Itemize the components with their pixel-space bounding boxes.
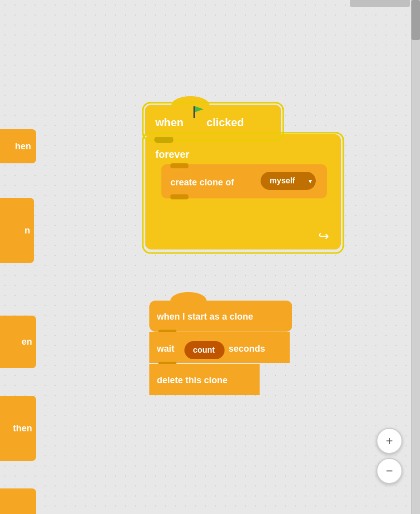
- svg-rect-5: [193, 106, 195, 118]
- left-block-2: n: [0, 198, 34, 263]
- zoom-in-button[interactable]: +: [376, 428, 402, 454]
- count-label: count: [193, 346, 215, 354]
- seconds-label: seconds: [229, 344, 265, 354]
- block-group-1-svg: when clicked forever create clone of mys…: [140, 90, 351, 261]
- when-label: when: [155, 116, 183, 129]
- myself-label: myself: [270, 176, 295, 185]
- block-group-when-clone: when I start as a clone wait count secon…: [144, 288, 305, 425]
- left-block-1: hen: [0, 129, 36, 163]
- zoom-out-button[interactable]: −: [376, 458, 402, 484]
- create-clone-label: create clone of: [170, 177, 235, 187]
- left-block-4-label: then: [13, 423, 32, 434]
- left-block-1-label: hen: [15, 141, 31, 152]
- zoom-in-icon: +: [386, 434, 393, 448]
- left-block-2-label: n: [25, 225, 30, 236]
- svg-rect-10: [170, 194, 188, 199]
- svg-text:▼: ▼: [307, 178, 313, 185]
- left-block-3: en: [0, 316, 36, 368]
- delete-clone-label: delete this clone: [157, 375, 228, 385]
- svg-rect-9: [170, 163, 188, 168]
- clicked-label: clicked: [206, 116, 244, 129]
- zoom-out-icon: −: [386, 464, 393, 478]
- when-clone-label: when I start as a clone: [156, 312, 253, 322]
- left-block-5: [0, 488, 36, 514]
- left-block-3-label: en: [22, 337, 32, 347]
- top-bar-partial: [350, 0, 410, 7]
- block-group-2-svg: when I start as a clone wait count secon…: [144, 288, 305, 423]
- svg-point-1: [171, 96, 209, 114]
- svg-rect-7: [154, 137, 173, 143]
- forever-label: forever: [155, 149, 189, 160]
- left-block-4: then: [0, 396, 36, 461]
- loop-arrow-icon: ↪: [318, 228, 329, 243]
- block-group-when-flag: when clicked forever create clone of mys…: [140, 90, 351, 263]
- scrollbar[interactable]: [411, 0, 420, 514]
- svg-point-14: [170, 292, 206, 309]
- wait-label: wait: [156, 344, 174, 354]
- scrollbar-thumb[interactable]: [411, 0, 420, 40]
